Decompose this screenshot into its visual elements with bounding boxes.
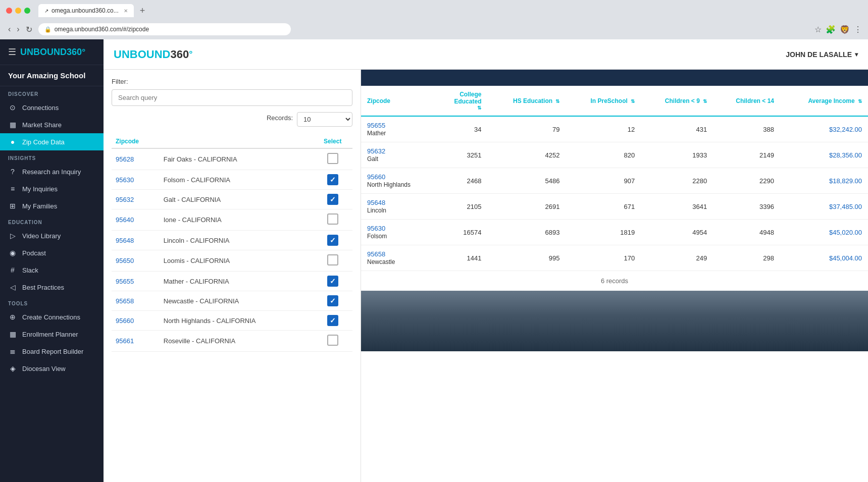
- data-zip-cell[interactable]: 95658Newcastle: [361, 245, 435, 271]
- zip-checkbox[interactable]: ✓: [327, 235, 338, 246]
- zip-checkbox[interactable]: [327, 153, 338, 164]
- data-zip-link[interactable]: 95648: [367, 199, 429, 206]
- best-practices-label: Best Practices: [22, 284, 64, 291]
- sidebar-item-research-inquiry[interactable]: ? Research an Inquiry: [0, 163, 104, 180]
- zip-checkbox[interactable]: ✓: [327, 276, 338, 287]
- data-table-row: 95658Newcastle1441995170249298$45,004.00: [361, 245, 868, 271]
- data-zip-cell[interactable]: 95648Lincoln: [361, 194, 435, 220]
- col-header-in-preschool[interactable]: In PreSchool ⇅: [566, 86, 641, 116]
- checkbox-cell[interactable]: ✓: [313, 272, 353, 291]
- location-value: Roseville - CALIFORNIA: [160, 331, 313, 352]
- market-share-icon: ▦: [8, 121, 17, 129]
- zip-value[interactable]: 95660: [112, 311, 160, 331]
- zip-value[interactable]: 95630: [112, 170, 160, 190]
- hamburger-menu-icon[interactable]: ☰: [8, 46, 16, 58]
- new-tab-button[interactable]: +: [140, 6, 145, 16]
- sidebar-item-my-families[interactable]: ⊞ My Families: [0, 197, 104, 215]
- checkbox-cell[interactable]: ✓: [313, 311, 353, 331]
- zip-checkbox[interactable]: ✓: [327, 315, 338, 326]
- zip-table-row: 95658Newcastle - CALIFORNIA✓: [112, 291, 352, 311]
- minimize-dot[interactable]: [15, 8, 21, 14]
- zip-checkbox[interactable]: [327, 213, 338, 225]
- refresh-button[interactable]: ↻: [24, 24, 34, 35]
- checkbox-cell[interactable]: [313, 148, 353, 170]
- extensions-button[interactable]: 🧩: [826, 25, 836, 34]
- zip-checkbox[interactable]: ✓: [327, 194, 338, 205]
- zip-value[interactable]: 95661: [112, 331, 160, 352]
- sidebar-item-my-inquiries[interactable]: ≡ My Inquiries: [0, 180, 104, 197]
- sidebar-item-best-practices[interactable]: ◁ Best Practices: [0, 279, 104, 296]
- checkbox-cell[interactable]: [313, 209, 353, 231]
- sidebar-item-connections[interactable]: ⊙ Connections: [0, 99, 104, 116]
- browser-url-bar[interactable]: 🔒 omega.unbound360.com/#/zipcode: [38, 23, 291, 35]
- sidebar-item-diocesan-view[interactable]: ◈ Diocesan View: [0, 360, 104, 377]
- checkbox-cell[interactable]: [313, 331, 353, 352]
- tab-close-icon[interactable]: ✕: [124, 8, 128, 14]
- zip-value[interactable]: 95632: [112, 190, 160, 209]
- col-header-average-income[interactable]: Average Income ⇅: [780, 86, 868, 116]
- zip-checkbox[interactable]: ✓: [327, 174, 338, 185]
- sidebar-item-video-library[interactable]: ▷ Video Library: [0, 227, 104, 244]
- zip-checkbox[interactable]: ✓: [327, 295, 338, 306]
- research-label: Research an Inquiry: [22, 168, 81, 176]
- menu-button[interactable]: ⋮: [854, 25, 862, 34]
- user-menu[interactable]: JOHN DE LASALLE ▾: [786, 50, 858, 59]
- families-label: My Families: [22, 202, 57, 210]
- data-college-educated-cell: 1441: [435, 245, 488, 271]
- data-zip-cell[interactable]: 95655Mather: [361, 116, 435, 142]
- sidebar-item-slack[interactable]: # Slack: [0, 261, 104, 279]
- zip-value[interactable]: 95658: [112, 291, 160, 311]
- checkbox-cell[interactable]: ✓: [313, 170, 353, 190]
- sidebar-item-enrollment-planner[interactable]: ▦ Enrollment Planner: [0, 326, 104, 343]
- data-zip-link[interactable]: 95632: [367, 147, 429, 155]
- browser-tab[interactable]: ↗ omega.unbound360.co... ✕: [38, 4, 134, 17]
- sidebar-item-create-connections[interactable]: ⊕ Create Connections: [0, 308, 104, 326]
- records-select[interactable]: 10 25 50 100: [297, 112, 352, 127]
- zip-value[interactable]: 95640: [112, 209, 160, 231]
- data-location-name: Galt: [367, 155, 378, 163]
- data-zip-link[interactable]: 95655: [367, 122, 429, 129]
- data-in-preschool-cell: 12: [566, 116, 641, 142]
- data-zip-link[interactable]: 95660: [367, 173, 429, 181]
- data-zip-cell[interactable]: 95630Folsom: [361, 220, 435, 245]
- sidebar-item-board-report[interactable]: ≣ Board Report Builder: [0, 343, 104, 360]
- data-zip-cell[interactable]: 95632Galt: [361, 142, 435, 168]
- data-college-educated-cell: 34: [435, 116, 488, 142]
- sidebar-item-market-share[interactable]: ▦ Market Share: [0, 116, 104, 133]
- zip-value[interactable]: 95648: [112, 231, 160, 250]
- data-zip-link[interactable]: 95630: [367, 225, 429, 232]
- col-header-hs-education[interactable]: HS Education ⇅: [487, 86, 566, 116]
- forward-button[interactable]: ›: [15, 24, 21, 35]
- data-children-lt9-cell: 2280: [641, 168, 713, 194]
- zip-value[interactable]: 95655: [112, 272, 160, 291]
- search-input[interactable]: [112, 89, 352, 106]
- col-header-children-lt9[interactable]: Children < 9 ⇅: [641, 86, 713, 116]
- back-button[interactable]: ‹: [6, 24, 13, 35]
- checkbox-cell[interactable]: ✓: [313, 231, 353, 250]
- checkbox-cell[interactable]: ✓: [313, 291, 353, 311]
- data-college-educated-cell: 16574: [435, 220, 488, 245]
- browser-nav: ‹ › ↻: [6, 24, 34, 35]
- sidebar-item-zip-code-data[interactable]: ● Zip Code Data: [0, 133, 104, 150]
- zip-checkbox[interactable]: [327, 254, 338, 265]
- data-zip-cell[interactable]: 95660North Highlands: [361, 168, 435, 194]
- sidebar-section-discover: DISCOVER: [0, 86, 104, 99]
- data-average-income-cell: $45,020.00: [780, 220, 868, 245]
- col-header-children-lt14[interactable]: Children < 14: [713, 86, 780, 116]
- zip-value[interactable]: 95628: [112, 148, 160, 170]
- user-name: JOHN DE LASALLE: [786, 50, 852, 59]
- sort-icon-hs: ⇅: [555, 98, 559, 104]
- brave-icon[interactable]: 🦁: [840, 25, 850, 34]
- close-dot[interactable]: [6, 8, 12, 14]
- checkbox-cell[interactable]: ✓: [313, 190, 353, 209]
- sidebar-item-podcast[interactable]: ◉ Podcast: [0, 244, 104, 261]
- zip-checkbox[interactable]: [327, 335, 338, 346]
- data-zip-link[interactable]: 95658: [367, 250, 429, 258]
- col-header-zipcode[interactable]: Zipcode: [361, 86, 435, 116]
- zip-table-col-zipcode: Zipcode: [112, 135, 160, 148]
- maximize-dot[interactable]: [24, 8, 30, 14]
- bookmark-button[interactable]: ☆: [814, 25, 822, 34]
- checkbox-cell[interactable]: [313, 250, 353, 272]
- zip-value[interactable]: 95650: [112, 250, 160, 272]
- col-header-college-educated[interactable]: College Educated ⇅: [435, 86, 488, 116]
